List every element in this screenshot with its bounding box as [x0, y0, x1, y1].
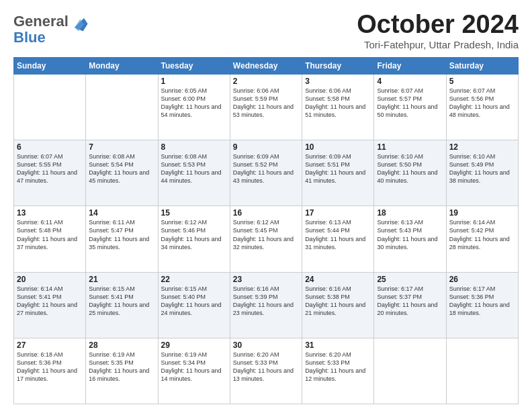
weekday-header-wednesday: Wednesday	[230, 57, 302, 74]
day-info: Sunrise: 6:12 AM Sunset: 5:45 PM Dayligh…	[233, 218, 299, 251]
day-number: 12	[449, 142, 515, 152]
calendar-cell: 17Sunrise: 6:13 AM Sunset: 5:44 PM Dayli…	[302, 206, 374, 272]
logo: General Blue	[13, 13, 89, 46]
day-info: Sunrise: 6:05 AM Sunset: 6:00 PM Dayligh…	[161, 87, 227, 120]
day-number: 27	[17, 340, 83, 350]
calendar-cell: 30Sunrise: 6:20 AM Sunset: 5:33 PM Dayli…	[230, 338, 302, 404]
title-block: October 2024 Tori-Fatehpur, Uttar Prades…	[357, 11, 519, 50]
calendar-cell: 1Sunrise: 6:05 AM Sunset: 6:00 PM Daylig…	[158, 74, 230, 140]
day-info: Sunrise: 6:08 AM Sunset: 5:54 PM Dayligh…	[89, 152, 154, 185]
calendar-cell: 3Sunrise: 6:06 AM Sunset: 5:58 PM Daylig…	[302, 74, 374, 140]
day-info: Sunrise: 6:17 AM Sunset: 5:37 PM Dayligh…	[377, 285, 443, 318]
day-number: 2	[233, 77, 299, 86]
weekday-header-tuesday: Tuesday	[158, 57, 230, 74]
calendar-cell: 9Sunrise: 6:09 AM Sunset: 5:52 PM Daylig…	[230, 140, 302, 206]
page: General Blue October 2024 Tori-Fatehpur,…	[0, 0, 532, 411]
day-info: Sunrise: 6:15 AM Sunset: 5:41 PM Dayligh…	[89, 285, 154, 318]
day-number: 9	[233, 142, 299, 152]
calendar-cell	[374, 338, 446, 404]
calendar-cell: 4Sunrise: 6:07 AM Sunset: 5:57 PM Daylig…	[374, 74, 446, 140]
day-info: Sunrise: 6:10 AM Sunset: 5:50 PM Dayligh…	[377, 152, 443, 185]
day-number: 22	[161, 275, 227, 284]
calendar-cell: 24Sunrise: 6:16 AM Sunset: 5:38 PM Dayli…	[302, 272, 374, 338]
calendar-cell: 29Sunrise: 6:19 AM Sunset: 5:34 PM Dayli…	[158, 338, 230, 404]
day-number: 18	[377, 208, 443, 218]
day-number: 6	[17, 142, 83, 152]
header: General Blue October 2024 Tori-Fatehpur,…	[13, 11, 519, 50]
calendar-cell: 7Sunrise: 6:08 AM Sunset: 5:54 PM Daylig…	[86, 140, 158, 206]
calendar-cell: 12Sunrise: 6:10 AM Sunset: 5:49 PM Dayli…	[446, 140, 518, 206]
day-number: 17	[305, 208, 371, 218]
day-number: 7	[89, 142, 154, 152]
calendar-cell: 16Sunrise: 6:12 AM Sunset: 5:45 PM Dayli…	[230, 206, 302, 272]
day-number: 8	[161, 142, 227, 152]
day-info: Sunrise: 6:09 AM Sunset: 5:52 PM Dayligh…	[233, 152, 299, 185]
calendar-cell: 2Sunrise: 6:06 AM Sunset: 5:59 PM Daylig…	[230, 74, 302, 140]
day-number: 4	[377, 77, 443, 86]
day-info: Sunrise: 6:16 AM Sunset: 5:38 PM Dayligh…	[305, 285, 371, 318]
calendar-cell: 14Sunrise: 6:11 AM Sunset: 5:47 PM Dayli…	[86, 206, 158, 272]
calendar-cell: 19Sunrise: 6:14 AM Sunset: 5:42 PM Dayli…	[446, 206, 518, 272]
calendar-cell: 23Sunrise: 6:16 AM Sunset: 5:39 PM Dayli…	[230, 272, 302, 338]
day-number: 29	[161, 340, 227, 350]
day-info: Sunrise: 6:18 AM Sunset: 5:36 PM Dayligh…	[17, 351, 83, 383]
day-number: 11	[377, 142, 443, 152]
month-title: October 2024	[357, 11, 519, 39]
day-number: 31	[305, 340, 371, 350]
day-info: Sunrise: 6:06 AM Sunset: 5:58 PM Dayligh…	[305, 87, 371, 120]
day-info: Sunrise: 6:07 AM Sunset: 5:57 PM Dayligh…	[377, 87, 443, 120]
calendar-cell: 6Sunrise: 6:07 AM Sunset: 5:55 PM Daylig…	[14, 140, 86, 206]
calendar-cell: 22Sunrise: 6:15 AM Sunset: 5:40 PM Dayli…	[158, 272, 230, 338]
day-info: Sunrise: 6:11 AM Sunset: 5:48 PM Dayligh…	[17, 218, 83, 251]
calendar-cell: 31Sunrise: 6:20 AM Sunset: 5:33 PM Dayli…	[302, 338, 374, 404]
day-info: Sunrise: 6:14 AM Sunset: 5:41 PM Dayligh…	[17, 285, 83, 318]
day-number: 23	[233, 275, 299, 284]
day-number: 21	[89, 275, 154, 284]
calendar-week-4: 20Sunrise: 6:14 AM Sunset: 5:41 PM Dayli…	[14, 272, 519, 338]
calendar-cell: 27Sunrise: 6:18 AM Sunset: 5:36 PM Dayli…	[14, 338, 86, 404]
day-info: Sunrise: 6:16 AM Sunset: 5:39 PM Dayligh…	[233, 285, 299, 318]
day-number: 19	[449, 208, 515, 218]
day-number: 15	[161, 208, 227, 218]
day-number: 26	[449, 275, 515, 284]
calendar-cell	[14, 74, 86, 140]
day-info: Sunrise: 6:11 AM Sunset: 5:47 PM Dayligh…	[89, 218, 154, 251]
logo-blue: Blue	[13, 29, 46, 46]
day-number: 5	[449, 77, 515, 86]
day-number: 13	[17, 208, 83, 218]
logo-icon	[70, 13, 89, 32]
day-info: Sunrise: 6:13 AM Sunset: 5:44 PM Dayligh…	[305, 218, 371, 251]
weekday-header-monday: Monday	[86, 57, 158, 74]
weekday-header-friday: Friday	[374, 57, 446, 74]
calendar-cell: 10Sunrise: 6:09 AM Sunset: 5:51 PM Dayli…	[302, 140, 374, 206]
calendar-cell: 21Sunrise: 6:15 AM Sunset: 5:41 PM Dayli…	[86, 272, 158, 338]
calendar-week-2: 6Sunrise: 6:07 AM Sunset: 5:55 PM Daylig…	[14, 140, 519, 206]
location: Tori-Fatehpur, Uttar Pradesh, India	[357, 39, 519, 50]
day-info: Sunrise: 6:20 AM Sunset: 5:33 PM Dayligh…	[305, 351, 371, 383]
day-info: Sunrise: 6:17 AM Sunset: 5:36 PM Dayligh…	[449, 285, 515, 318]
calendar-cell: 11Sunrise: 6:10 AM Sunset: 5:50 PM Dayli…	[374, 140, 446, 206]
calendar-cell	[86, 74, 158, 140]
day-number: 1	[161, 77, 227, 86]
day-info: Sunrise: 6:08 AM Sunset: 5:53 PM Dayligh…	[161, 152, 227, 185]
calendar-cell	[446, 338, 518, 404]
logo-general: General	[13, 13, 69, 30]
weekday-header-thursday: Thursday	[302, 57, 374, 74]
day-number: 25	[377, 275, 443, 284]
day-number: 16	[233, 208, 299, 218]
calendar-cell: 5Sunrise: 6:07 AM Sunset: 5:56 PM Daylig…	[446, 74, 518, 140]
logo-text: General Blue	[13, 13, 69, 46]
day-info: Sunrise: 6:20 AM Sunset: 5:33 PM Dayligh…	[233, 351, 299, 383]
day-info: Sunrise: 6:13 AM Sunset: 5:43 PM Dayligh…	[377, 218, 443, 251]
day-info: Sunrise: 6:10 AM Sunset: 5:49 PM Dayligh…	[449, 152, 515, 185]
calendar-cell: 18Sunrise: 6:13 AM Sunset: 5:43 PM Dayli…	[374, 206, 446, 272]
day-info: Sunrise: 6:14 AM Sunset: 5:42 PM Dayligh…	[449, 218, 515, 251]
day-number: 10	[305, 142, 371, 152]
calendar-cell: 13Sunrise: 6:11 AM Sunset: 5:48 PM Dayli…	[14, 206, 86, 272]
day-info: Sunrise: 6:19 AM Sunset: 5:34 PM Dayligh…	[161, 351, 227, 383]
day-info: Sunrise: 6:07 AM Sunset: 5:56 PM Dayligh…	[449, 87, 515, 120]
calendar-cell: 15Sunrise: 6:12 AM Sunset: 5:46 PM Dayli…	[158, 206, 230, 272]
day-info: Sunrise: 6:09 AM Sunset: 5:51 PM Dayligh…	[305, 152, 371, 185]
calendar-cell: 26Sunrise: 6:17 AM Sunset: 5:36 PM Dayli…	[446, 272, 518, 338]
calendar-week-3: 13Sunrise: 6:11 AM Sunset: 5:48 PM Dayli…	[14, 206, 519, 272]
